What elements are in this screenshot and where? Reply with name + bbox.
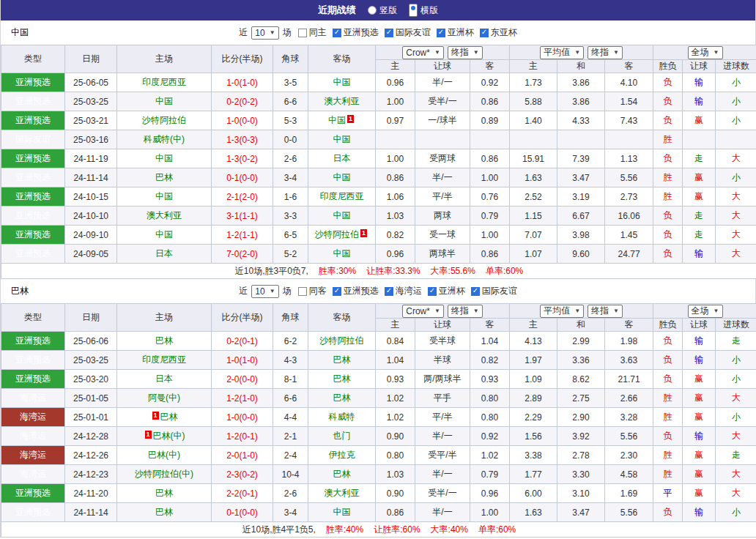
home-team[interactable]: 巴林 bbox=[117, 168, 212, 187]
checkbox-icon[interactable] bbox=[480, 29, 489, 37]
checkbox-icon[interactable] bbox=[428, 287, 437, 296]
radio-icon[interactable] bbox=[368, 6, 377, 15]
average-mode-select[interactable]: 终指 ▼ bbox=[588, 305, 623, 318]
home-team[interactable]: 1巴林(中) bbox=[117, 427, 212, 446]
away-team[interactable]: 澳大利亚 bbox=[308, 484, 376, 503]
checkbox-icon[interactable] bbox=[437, 29, 445, 37]
filter-checkbox[interactable]: 亚洲预选 bbox=[333, 26, 379, 39]
home-team[interactable]: 1巴林 bbox=[117, 408, 212, 427]
match-score[interactable]: 1-0(0-0) bbox=[212, 111, 273, 130]
away-team[interactable]: 中国 bbox=[308, 207, 376, 226]
away-team[interactable]: 中国 bbox=[308, 130, 376, 149]
filter-checkbox[interactable]: 亚洲杯 bbox=[428, 285, 465, 297]
checkbox-icon[interactable] bbox=[333, 287, 341, 296]
match-score[interactable]: 2-1(2-0) bbox=[212, 187, 273, 207]
match-score[interactable]: 1-3(0-2) bbox=[212, 149, 273, 168]
away-team[interactable]: 中国 bbox=[308, 73, 376, 92]
average-select[interactable]: 平均值 ▼ bbox=[540, 46, 584, 59]
layout-radio-horizontal[interactable]: 横版 bbox=[409, 4, 438, 17]
home-team[interactable]: 巴林(中) bbox=[117, 446, 212, 465]
match-score[interactable]: 1-0(1-0) bbox=[212, 73, 273, 92]
away-team[interactable]: 巴林 bbox=[308, 389, 376, 408]
filter-checkbox[interactable]: 国际友谊 bbox=[471, 285, 517, 297]
match-score[interactable]: 0-1(0-0) bbox=[212, 168, 273, 187]
home-team[interactable]: 中国 bbox=[117, 187, 212, 207]
match-score[interactable]: 1-0(1-0) bbox=[212, 351, 273, 370]
match-score[interactable]: 2-2(0-1) bbox=[212, 484, 273, 503]
checkbox-icon[interactable] bbox=[298, 29, 307, 37]
match-score[interactable]: 7-0(2-0) bbox=[212, 245, 273, 264]
home-team[interactable]: 科威特(中) bbox=[117, 130, 212, 149]
match-count-select[interactable]: 10 ▼ bbox=[251, 285, 278, 298]
away-team[interactable]: 日本 bbox=[308, 149, 376, 168]
filter-checkbox[interactable]: 亚洲杯 bbox=[437, 26, 474, 39]
home-team[interactable]: 沙特阿拉伯(中) bbox=[117, 465, 212, 484]
checkbox-icon[interactable] bbox=[298, 287, 307, 296]
away-team[interactable]: 巴林 bbox=[308, 465, 376, 484]
checkbox-icon[interactable] bbox=[471, 287, 480, 296]
away-team[interactable]: 中国 bbox=[308, 245, 376, 264]
scope-select[interactable]: 全场 ▼ bbox=[688, 305, 723, 318]
average-select[interactable]: 平均值 ▼ bbox=[540, 305, 584, 318]
filter-checkbox[interactable]: 海湾运 bbox=[385, 285, 422, 297]
match-score[interactable]: 0-1(0-0) bbox=[212, 503, 273, 522]
home-team[interactable]: 日本 bbox=[117, 370, 212, 389]
match-score[interactable]: 2-0(0-0) bbox=[212, 370, 273, 389]
odds-mode-select[interactable]: 终指 ▼ bbox=[448, 305, 483, 318]
home-team[interactable]: 中国 bbox=[117, 92, 212, 111]
match-score[interactable]: 2-3(0-2) bbox=[212, 465, 273, 484]
away-team[interactable]: 沙特阿拉伯1 bbox=[308, 226, 376, 245]
match-score[interactable]: 0-2(0-2) bbox=[212, 92, 273, 111]
radio-icon[interactable] bbox=[409, 4, 418, 17]
home-team[interactable]: 巴林 bbox=[117, 503, 212, 522]
away-team[interactable]: 巴林 bbox=[308, 351, 376, 370]
average-mode-select[interactable]: 终指 ▼ bbox=[588, 46, 623, 59]
layout-radio-vertical[interactable]: 竖版 bbox=[368, 4, 397, 17]
match-score[interactable]: 0-2(0-1) bbox=[212, 332, 273, 351]
checkbox-icon[interactable] bbox=[385, 287, 393, 296]
match-score[interactable]: 3-1(1-1) bbox=[212, 207, 273, 226]
match-score[interactable]: 1-2(1-1) bbox=[212, 226, 273, 245]
away-team[interactable]: 科威特 bbox=[308, 408, 376, 427]
match-score[interactable]: 1-3(0-3) bbox=[212, 130, 273, 149]
filter-checkbox[interactable]: 亚洲预选 bbox=[333, 285, 379, 297]
scope-select[interactable]: 全场 ▼ bbox=[688, 46, 723, 59]
home-team[interactable]: 印度尼西亚 bbox=[117, 73, 212, 92]
filter-checkbox[interactable]: 国际友谊 bbox=[385, 26, 431, 39]
bookmaker-select[interactable]: Crow* ▼ bbox=[402, 305, 444, 318]
checkbox-label: 东亚杯 bbox=[491, 26, 517, 39]
away-team[interactable]: 巴林 bbox=[308, 370, 376, 389]
away-team[interactable]: 中国 bbox=[308, 503, 376, 522]
home-team[interactable]: 日本 bbox=[117, 245, 212, 264]
home-team[interactable]: 沙特阿拉伯 bbox=[117, 111, 212, 130]
home-team[interactable]: 澳大利亚 bbox=[117, 207, 212, 226]
filter-checkbox[interactable]: 同主 bbox=[298, 26, 327, 39]
home-team[interactable]: 巴林 bbox=[117, 332, 212, 351]
match-score[interactable]: 2-0(1-0) bbox=[212, 446, 273, 465]
filter-checkbox[interactable]: 东亚杯 bbox=[480, 26, 517, 39]
checkbox-icon[interactable] bbox=[385, 29, 393, 37]
match-count-select[interactable]: 10 ▼ bbox=[251, 26, 278, 40]
away-team[interactable]: 澳大利亚 bbox=[308, 92, 376, 111]
corner-score: 6-6 bbox=[273, 389, 308, 408]
home-team[interactable]: 印度尼西亚 bbox=[117, 351, 212, 370]
result-group-header: 全场 ▼ bbox=[653, 45, 756, 60]
match-score[interactable]: 1-0(0-0) bbox=[212, 408, 273, 427]
filter-checkbox[interactable]: 同客 bbox=[298, 285, 327, 297]
away-team[interactable]: 印度尼西亚 bbox=[308, 187, 376, 207]
match-score[interactable]: 1-2(1-0) bbox=[212, 389, 273, 408]
checkbox-icon[interactable] bbox=[333, 29, 341, 37]
odds-mode-select[interactable]: 终指 ▼ bbox=[448, 46, 483, 59]
away-team[interactable]: 中国1 bbox=[308, 111, 376, 130]
home-team[interactable]: 阿曼(中) bbox=[117, 389, 212, 408]
home-team[interactable]: 中国 bbox=[117, 226, 212, 245]
away-team[interactable]: 也门 bbox=[308, 427, 376, 446]
subcol-avg-away: 客 bbox=[605, 319, 653, 332]
home-team[interactable]: 中国 bbox=[117, 149, 212, 168]
away-team[interactable]: 沙特阿拉伯 bbox=[308, 332, 376, 351]
away-team[interactable]: 中国 bbox=[308, 168, 376, 187]
bookmaker-select[interactable]: Crow* ▼ bbox=[402, 46, 444, 59]
away-team[interactable]: 伊拉克 bbox=[308, 446, 376, 465]
match-score[interactable]: 1-2(0-1) bbox=[212, 427, 273, 446]
home-team[interactable]: 巴林 bbox=[117, 484, 212, 503]
